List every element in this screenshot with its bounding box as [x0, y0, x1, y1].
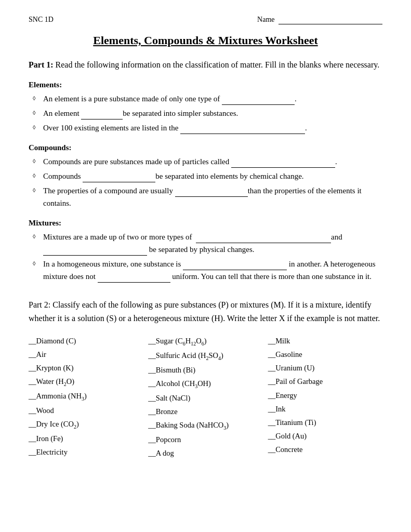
- compounds-item-1: Compounds are pure substances made up of…: [43, 155, 382, 168]
- page-title: Elements, Compounds & Mixtures Worksheet: [29, 34, 382, 47]
- elements-item-1: An element is a pure substance made of o…: [43, 92, 382, 105]
- item-sugar: __Sugar (C6H12O6): [148, 334, 262, 349]
- elements-heading: Elements:: [29, 81, 382, 89]
- mixtures-item-1: Mixtures are a made up of two or more ty…: [43, 231, 382, 256]
- blank-3: [180, 126, 305, 134]
- item-bismuth: __Bismuth (Bi): [148, 363, 262, 377]
- item-salt: __Salt (NaCl): [148, 391, 262, 405]
- item-sulfuric-acid: __Sulfuric Acid (H2SO4): [148, 349, 262, 363]
- item-gold: __Gold (Au): [268, 429, 382, 443]
- item-pail-of-garbage: __Pail of Garbage: [268, 375, 382, 388]
- part2-intro-text: Classify each of the following as pure s…: [29, 300, 380, 323]
- compounds-section: Compounds: Compounds are pure substances…: [29, 143, 382, 209]
- item-wood: __Wood: [29, 404, 143, 417]
- compounds-item-2: Compounds be separated into elements by …: [43, 170, 382, 182]
- item-air: __Air: [29, 348, 143, 361]
- mixtures-section: Mixtures: Mixtures are a made up of two …: [29, 219, 382, 283]
- column1: __Diamond (C) __Air __Krypton (K) __Wate…: [29, 334, 143, 460]
- item-krypton: __Krypton (K): [29, 361, 143, 375]
- name-underline: [279, 16, 382, 24]
- item-gasoline: __Gasoline: [268, 348, 382, 361]
- item-dry-ice: __Dry Ice (CO2): [29, 417, 143, 432]
- blank-9: [183, 262, 287, 270]
- part1-intro-text: Read the following information on the cl…: [56, 60, 380, 69]
- blank-6: [175, 189, 248, 197]
- item-diamond: __Diamond (C): [29, 334, 143, 348]
- item-dog: __A dog: [148, 446, 262, 460]
- mixtures-heading: Mixtures:: [29, 219, 382, 228]
- item-ink: __Ink: [268, 402, 382, 416]
- blank-7: [196, 235, 331, 243]
- mixtures-item-2: In a homogeneous mixture, one substance …: [43, 258, 382, 283]
- blank-5: [83, 174, 155, 182]
- column2: __Sugar (C6H12O6) __Sulfuric Acid (H2SO4…: [148, 334, 262, 460]
- mixtures-list: Mixtures are a made up of two or more ty…: [29, 231, 382, 283]
- compounds-list: Compounds are pure substances made up of…: [29, 155, 382, 209]
- elements-list: An element is a pure substance made of o…: [29, 92, 382, 134]
- item-baking-soda: __Baking Soda (NaHCO3): [148, 418, 262, 433]
- item-ammonia: __Ammonia (NH3): [29, 389, 143, 404]
- item-uranium: __Uranium (U): [268, 361, 382, 375]
- item-electricity: __Electricity: [29, 445, 143, 459]
- item-iron: __Iron (Fe): [29, 432, 143, 445]
- course-label: SNC 1D: [29, 16, 54, 24]
- elements-item-2: An element be separated into simpler sub…: [43, 107, 382, 119]
- blank-2: [81, 111, 123, 119]
- elements-item-3: Over 100 existing elements are listed in…: [43, 122, 382, 134]
- blank-1: [222, 97, 295, 105]
- item-concrete: __Concrete: [268, 443, 382, 456]
- blank-8: [43, 247, 147, 256]
- blank-10: [98, 274, 170, 283]
- elements-section: Elements: An element is a pure substance…: [29, 81, 382, 134]
- item-water: __Water (H2O): [29, 375, 143, 389]
- blank-4: [231, 159, 335, 168]
- part2-label: Part 2:: [29, 300, 50, 309]
- header: SNC 1D Name: [29, 16, 382, 24]
- item-milk: __Milk: [268, 334, 382, 348]
- compounds-item-3: The properties of a compound are usually…: [43, 184, 382, 209]
- item-popcorn: __Popcorn: [148, 433, 262, 446]
- part1-label: Part 1:: [29, 60, 54, 69]
- column3: __Milk __Gasoline __Uranium (U) __Pail o…: [268, 334, 382, 460]
- item-energy: __Energy: [268, 389, 382, 402]
- item-bronze: __Bronze: [148, 405, 262, 418]
- item-titanium: __Titanium (Ti): [268, 416, 382, 429]
- part2-intro: Part 2: Classify each of the following a…: [29, 298, 382, 325]
- item-alcohol: __Alcohol (CH3OH): [148, 377, 262, 391]
- compounds-heading: Compounds:: [29, 143, 382, 152]
- name-field: Name: [257, 16, 382, 24]
- items-grid: __Diamond (C) __Air __Krypton (K) __Wate…: [29, 334, 382, 460]
- part1-intro: Part 1: Read the following information o…: [29, 59, 382, 71]
